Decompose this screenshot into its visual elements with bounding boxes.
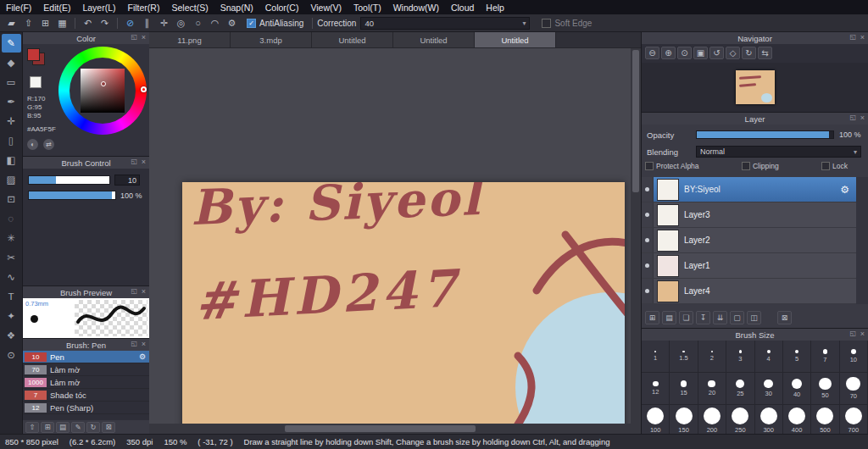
tool-bucket[interactable]: ◧ — [2, 151, 21, 169]
brush-size-cell[interactable]: 400 — [783, 405, 811, 434]
brush-size-cell[interactable]: 50 — [811, 373, 839, 405]
layer-list-scrollbar[interactable] — [856, 177, 868, 304]
menu-item[interactable]: Select(S) — [165, 2, 214, 14]
foreground-color-swatch[interactable] — [27, 48, 40, 61]
menu-item[interactable]: Edit(E) — [37, 2, 76, 14]
horizontal-scrollbar[interactable] — [149, 424, 631, 434]
layer-settings-gear-icon[interactable]: ⚙ — [840, 184, 849, 196]
layer-visibility-toggle[interactable] — [642, 228, 654, 252]
rotate-cw-icon[interactable]: ↻ — [742, 47, 756, 59]
brush-list-item[interactable]: 1000 Làm mờ ⚙ — [23, 376, 149, 389]
clear-layer-icon[interactable]: ▢ — [730, 311, 744, 324]
drawing-canvas[interactable]: By: Siyeol #HD247 — [182, 182, 625, 424]
zoom-in-icon[interactable]: ⊕ — [661, 47, 676, 59]
brush-list-item[interactable]: 10 Pen ⚙ — [23, 351, 149, 363]
menu-item[interactable]: Color(C) — [259, 2, 305, 14]
popout-icon[interactable]: ◱ — [131, 33, 137, 41]
reset-rotation-icon[interactable]: ◇ — [726, 47, 740, 59]
delete-layer-icon[interactable]: ⊠ — [777, 311, 792, 324]
brush-opacity-slider[interactable] — [28, 191, 116, 200]
tool-text[interactable]: T — [2, 287, 21, 306]
palette-icon[interactable]: ◐ — [27, 139, 38, 150]
tool-shape[interactable]: ▯ — [2, 131, 21, 150]
horizontal-scrollbar-thumb[interactable] — [285, 425, 476, 432]
menu-item[interactable]: Snap(N) — [214, 2, 259, 14]
popout-icon[interactable]: ◱ — [849, 33, 856, 41]
close-icon[interactable]: × — [860, 33, 865, 42]
tool-zoom[interactable]: ⊙ — [2, 346, 21, 364]
brush-size-cell[interactable]: 25 — [726, 373, 754, 405]
popout-icon[interactable]: ◱ — [131, 158, 137, 165]
popout-icon[interactable]: ◱ — [131, 287, 137, 295]
layer-visibility-toggle[interactable] — [642, 279, 654, 303]
menu-item[interactable]: Layer(L) — [76, 2, 121, 14]
transfer-layer-icon[interactable]: ⇊ — [713, 311, 727, 324]
brush-mode-icon[interactable]: ▰ — [3, 16, 19, 30]
layer-option-checkbox[interactable]: Lock — [821, 162, 848, 170]
tool-pan[interactable]: ❖ — [2, 326, 21, 345]
tool-eyedropper[interactable]: ✦ — [2, 307, 21, 325]
close-icon[interactable]: × — [142, 33, 146, 42]
snap-curve-icon[interactable]: ◠ — [207, 16, 223, 30]
zoom-reset-icon[interactable]: ⊙ — [677, 47, 692, 59]
brush-size-cell[interactable]: 500 — [811, 405, 839, 434]
tool-gradient[interactable]: ▨ — [2, 170, 21, 189]
layer-row[interactable]: BY:Siyeol ⚙ — [642, 177, 856, 202]
snap-parallel-icon[interactable]: ∥ — [139, 16, 155, 30]
tool-brush[interactable]: ✎ — [2, 34, 21, 53]
brush-size-cell[interactable]: 150 — [670, 405, 698, 434]
tool-magic-wand[interactable]: ✳ — [2, 229, 21, 247]
layer-visibility-toggle[interactable] — [642, 177, 654, 202]
tool-lasso[interactable]: ◌ — [2, 209, 21, 228]
correction-dropdown[interactable]: 40 ▾ — [360, 17, 530, 30]
brush-size-cell[interactable]: 1.5 — [670, 341, 698, 373]
brush-size-cell[interactable]: 300 — [755, 405, 783, 434]
layer-option-checkbox[interactable]: Clipping — [742, 162, 779, 170]
add-brush-icon[interactable]: ⊞ — [41, 422, 54, 433]
export-icon[interactable]: ⇧ — [20, 16, 36, 30]
brush-size-cell[interactable]: 1 — [642, 341, 670, 373]
delete-brush-icon[interactable]: ⊠ — [102, 422, 115, 433]
transparent-color-swatch[interactable] — [30, 76, 42, 88]
saturation-value-square[interactable] — [81, 69, 125, 113]
sync-brush-icon[interactable]: ↻ — [86, 422, 100, 433]
flip-icon[interactable]: ⇆ — [758, 47, 772, 59]
redo-icon[interactable]: ↷ — [97, 16, 113, 30]
add-layer-icon[interactable]: ⊞ — [645, 311, 659, 324]
snap-settings-icon[interactable]: ⚙ — [224, 16, 240, 30]
brush-size-cell[interactable]: 70 — [840, 373, 868, 405]
antialiasing-checkbox[interactable]: ✓ — [247, 19, 256, 28]
brush-size-cell[interactable]: 700 — [840, 405, 868, 434]
brush-size-cell[interactable]: 2 — [698, 341, 726, 373]
soft-edge-checkbox[interactable] — [542, 19, 551, 28]
tool-select-rect[interactable]: ▭ — [2, 73, 21, 91]
layer-row[interactable]: Layer4 ⚙ — [642, 279, 856, 304]
material-icon[interactable]: ▦ — [54, 16, 70, 30]
menu-item[interactable]: Help — [480, 2, 510, 14]
swap-colors-icon[interactable]: ⇄ — [43, 139, 54, 150]
brush-settings-gear-icon[interactable]: ⚙ — [139, 352, 146, 361]
brush-size-cell[interactable]: 10 — [840, 341, 868, 373]
brush-size-cell[interactable]: 4 — [755, 341, 783, 373]
brush-size-cell[interactable]: 7 — [811, 341, 839, 373]
brush-size-value[interactable]: 10 — [114, 175, 140, 186]
layer-row[interactable]: Layer2 ⚙ — [642, 228, 856, 253]
canvas-viewport[interactable]: By: Siyeol #HD247 — [149, 48, 631, 424]
document-tab[interactable]: 3.mdp — [231, 32, 312, 47]
document-tab[interactable]: 11.png — [149, 32, 231, 47]
brush-list-item[interactable]: 12 Pen (Sharp) ⚙ — [23, 402, 149, 414]
undo-icon[interactable]: ↶ — [80, 16, 96, 30]
menu-item[interactable]: Cloud — [445, 2, 480, 14]
brush-size-cell[interactable]: 5 — [783, 341, 811, 373]
tool-marquee[interactable]: ⊡ — [2, 190, 21, 208]
snap-concentric-icon[interactable]: ○ — [190, 16, 206, 30]
zoom-out-icon[interactable]: ⊖ — [645, 47, 659, 59]
brush-list-item[interactable]: 70 Làm mờ ⚙ — [23, 363, 149, 376]
menu-item[interactable]: View(V) — [304, 2, 348, 14]
navigator-thumbnail[interactable] — [736, 70, 775, 104]
close-icon[interactable]: × — [142, 158, 146, 166]
vertical-scrollbar[interactable] — [631, 48, 641, 424]
layer-visibility-toggle[interactable] — [642, 253, 654, 278]
layer-row[interactable]: Layer3 ⚙ — [642, 202, 856, 228]
brush-size-cell[interactable]: 250 — [726, 405, 754, 434]
